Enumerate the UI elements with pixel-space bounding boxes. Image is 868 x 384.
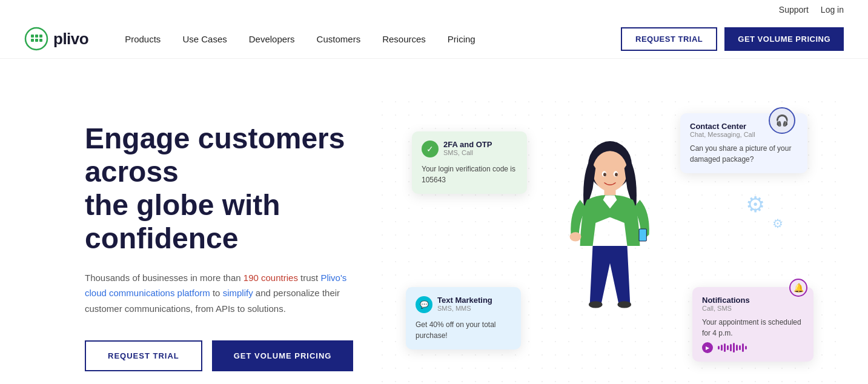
svg-point-13 — [588, 301, 602, 308]
support-link[interactable]: Support — [779, 5, 809, 15]
nav-request-trial-button[interactable]: REQUEST TRIAL — [621, 27, 717, 51]
svg-point-18 — [615, 173, 618, 176]
logo[interactable]: plivo — [24, 27, 88, 51]
login-link[interactable]: Log in — [821, 5, 844, 15]
card-2fa: ✓ 2FA and OTP SMS, Call Your login verif… — [412, 131, 527, 194]
text-marketing-title: Text Marketing — [437, 296, 492, 305]
nav-item-developers[interactable]: Developers — [249, 34, 295, 44]
2fa-title: 2FA and OTP — [443, 140, 492, 149]
card-notifications: 🔔 Notifications Call, SMS Your appointme… — [692, 287, 813, 362]
contact-body: Can you share a picture of your damaged … — [690, 143, 798, 165]
nav-actions: REQUEST TRIAL GET VOLUME PRICING — [621, 27, 844, 51]
2fa-subtitle: SMS, Call — [443, 149, 492, 156]
svg-rect-2 — [35, 35, 38, 38]
nav-item-resources[interactable]: Resources — [382, 34, 426, 44]
svg-rect-1 — [31, 35, 34, 38]
notifications-subtitle: Call, SMS — [702, 305, 804, 312]
card-text-marketing: 💬 Text Marketing SMS, MMS Get 40% off on… — [406, 287, 521, 349]
hero-left: Engage customers across the globe with c… — [85, 122, 376, 371]
hero-buttons: REQUEST TRIAL GET VOLUME PRICING — [85, 340, 376, 371]
notification-bell-icon: 🔔 — [789, 279, 807, 297]
nav-item-use-cases[interactable]: Use Cases — [182, 34, 227, 44]
hero-description: Thousands of businesses in more than 190… — [85, 270, 351, 317]
svg-rect-4 — [31, 39, 34, 42]
svg-point-17 — [603, 173, 606, 176]
gear-icon-1: ⚙ — [746, 192, 765, 217]
svg-rect-11 — [639, 229, 646, 240]
navbar: plivo Products Use Cases Developers Cust… — [0, 19, 868, 59]
hero-request-trial-button[interactable]: REQUEST TRIAL — [85, 340, 202, 371]
nav-item-customers[interactable]: Customers — [317, 34, 361, 44]
2fa-body: Your login verification code is 105643 — [422, 164, 517, 185]
text-marketing-body: Get 40% off on your total purchase! — [416, 319, 511, 341]
nav-links: Products Use Cases Developers Customers … — [125, 34, 621, 44]
play-button[interactable]: ▶ — [702, 342, 713, 353]
svg-rect-6 — [39, 39, 42, 42]
nav-item-products[interactable]: Products — [125, 34, 161, 44]
hero-section: Engage customers across the globe with c… — [0, 59, 868, 384]
hero-illustration: ⚙ ⚙ 🎧 ✓ 2FA and OTP SMS, Call Your login… — [376, 95, 844, 384]
hero-title: Engage customers across the globe with c… — [85, 122, 376, 256]
notifications-title: Notifications — [702, 296, 804, 305]
nav-get-volume-button[interactable]: GET VOLUME PRICING — [724, 27, 844, 51]
svg-point-14 — [617, 301, 631, 308]
person-illustration — [555, 119, 664, 349]
svg-point-19 — [607, 211, 613, 217]
hero-get-volume-button[interactable]: GET VOLUME PRICING — [212, 340, 354, 371]
contact-center-icon: 🎧 — [769, 107, 795, 134]
nav-item-pricing[interactable]: Pricing — [448, 34, 475, 44]
top-bar: Support Log in — [0, 0, 868, 19]
svg-point-12 — [569, 232, 581, 241]
audio-wave: ▶ — [702, 342, 804, 353]
logo-text: plivo — [53, 30, 88, 48]
text-marketing-subtitle: SMS, MMS — [437, 305, 492, 312]
svg-rect-3 — [39, 35, 42, 38]
text-marketing-icon: 💬 — [416, 296, 432, 313]
notifications-body: Your appointment is scheduled for 4 p.m. — [702, 317, 804, 339]
svg-rect-5 — [35, 39, 38, 42]
gear-icon-2: ⚙ — [772, 216, 783, 231]
2fa-icon: ✓ — [422, 141, 439, 157]
